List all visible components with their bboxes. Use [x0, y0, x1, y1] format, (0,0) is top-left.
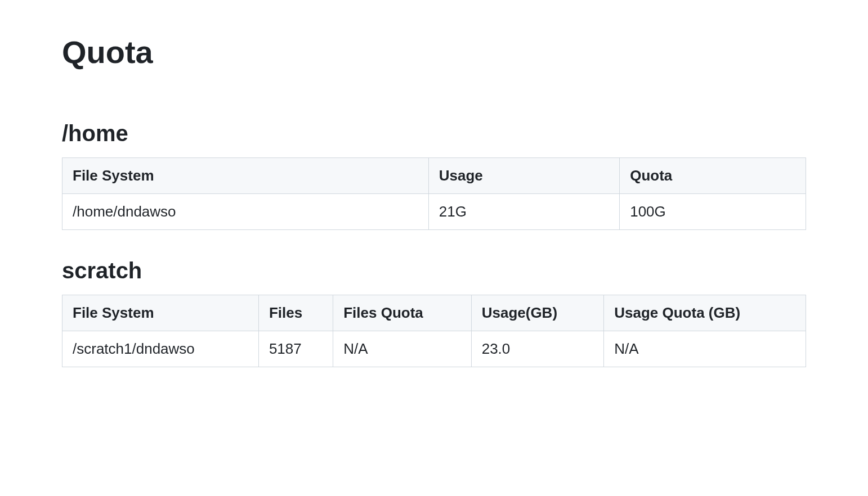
cell-quota: 100G [620, 194, 806, 230]
col-header-usage-gb: Usage(GB) [471, 295, 604, 331]
cell-filesystem: /home/dndawso [62, 194, 429, 230]
home-section: /home File System Usage Quota /home/dnda… [62, 121, 806, 230]
table-row: /scratch1/dndawso 5187 N/A 23.0 N/A [62, 331, 806, 367]
col-header-filesystem: File System [62, 295, 259, 331]
cell-files-quota: N/A [333, 331, 471, 367]
table-header-row: File System Usage Quota [62, 158, 806, 194]
home-table: File System Usage Quota /home/dndawso 21… [62, 157, 806, 230]
scratch-section: scratch File System Files Files Quota Us… [62, 258, 806, 367]
page-title: Quota [62, 34, 806, 70]
cell-files: 5187 [258, 331, 333, 367]
cell-usage: 21G [428, 194, 619, 230]
cell-filesystem: /scratch1/dndawso [62, 331, 259, 367]
col-header-quota: Quota [620, 158, 806, 194]
cell-usage-gb: 23.0 [471, 331, 604, 367]
col-header-filesystem: File System [62, 158, 429, 194]
cell-usage-quota-gb: N/A [604, 331, 806, 367]
table-row: /home/dndawso 21G 100G [62, 194, 806, 230]
home-heading: /home [62, 121, 806, 146]
col-header-files-quota: Files Quota [333, 295, 471, 331]
col-header-files: Files [258, 295, 333, 331]
table-header-row: File System Files Files Quota Usage(GB) … [62, 295, 806, 331]
col-header-usage-quota-gb: Usage Quota (GB) [604, 295, 806, 331]
scratch-table: File System Files Files Quota Usage(GB) … [62, 295, 806, 367]
col-header-usage: Usage [428, 158, 619, 194]
scratch-heading: scratch [62, 258, 806, 283]
